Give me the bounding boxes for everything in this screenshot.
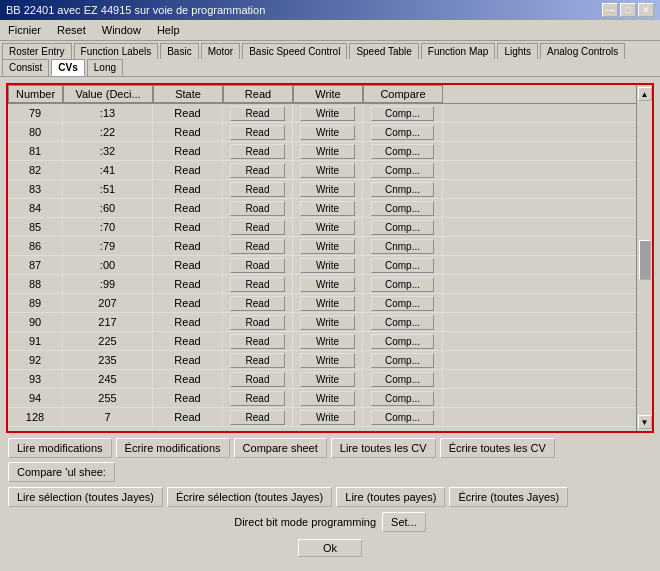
- cell-compare[interactable]: Comp...: [363, 370, 443, 388]
- scroll-thumb[interactable]: [639, 240, 651, 280]
- write-button[interactable]: Write: [300, 125, 355, 140]
- cell-compare[interactable]: Comp...: [363, 389, 443, 407]
- write-button[interactable]: Write: [300, 220, 355, 235]
- read-button[interactable]: Read: [230, 182, 285, 197]
- tab-consist[interactable]: Consist: [2, 59, 49, 76]
- ecrire-modifications-button[interactable]: Écrire modifications: [116, 438, 230, 458]
- read-button[interactable]: Read: [230, 391, 285, 406]
- cell-write[interactable]: Write: [293, 408, 363, 426]
- cell-write[interactable]: Write: [293, 351, 363, 369]
- tab-basic-speed-control[interactable]: Basic Speed Control: [242, 43, 347, 59]
- write-button[interactable]: Write: [300, 258, 355, 273]
- scroll-up-btn[interactable]: ▲: [638, 87, 652, 101]
- ecrire-selection-button[interactable]: Écrire sélection (toutes Jayes): [167, 487, 332, 507]
- tab-function-map[interactable]: Function Map: [421, 43, 496, 59]
- scroll-down-btn[interactable]: ▼: [638, 415, 652, 429]
- cell-write[interactable]: Write: [293, 332, 363, 350]
- read-button[interactable]: Read: [230, 144, 285, 159]
- compare-button[interactable]: Comp...: [371, 106, 435, 121]
- compare-button[interactable]: Comp...: [371, 277, 435, 292]
- cell-write[interactable]: Write: [293, 180, 363, 198]
- cell-write[interactable]: Write: [293, 161, 363, 179]
- write-button[interactable]: Write: [300, 144, 355, 159]
- cell-compare[interactable]: Comp...: [363, 256, 443, 274]
- compare-button[interactable]: Comp...: [371, 296, 435, 311]
- cell-read[interactable]: Read: [223, 218, 293, 236]
- menu-help[interactable]: Help: [153, 22, 184, 38]
- cell-read[interactable]: Read: [223, 294, 293, 312]
- compare-ul-shee-button[interactable]: Compare 'ul shee:: [8, 462, 115, 482]
- cell-read[interactable]: Road: [223, 199, 293, 217]
- cell-write[interactable]: Write: [293, 256, 363, 274]
- cell-compare[interactable]: Comp...: [363, 275, 443, 293]
- read-button[interactable]: Read: [230, 296, 285, 311]
- cell-read[interactable]: Read: [223, 123, 293, 141]
- compare-button[interactable]: Comp...: [371, 125, 435, 140]
- cell-compare[interactable]: Comp...: [363, 218, 443, 236]
- tab-lights[interactable]: Lights: [497, 43, 538, 59]
- cell-write[interactable]: Write: [293, 104, 363, 122]
- cell-compare[interactable]: Comp...: [363, 104, 443, 122]
- cell-compare[interactable]: Comp...: [363, 199, 443, 217]
- write-button[interactable]: Write: [300, 296, 355, 311]
- ok-button[interactable]: Ok: [298, 539, 362, 557]
- compare-button[interactable]: Cnmp...: [371, 182, 435, 197]
- cell-read[interactable]: Read: [223, 275, 293, 293]
- tab-speed-table[interactable]: Speed Table: [349, 43, 418, 59]
- compare-button[interactable]: Comp...: [371, 201, 435, 216]
- compare-button[interactable]: Comp...: [371, 372, 435, 387]
- read-button[interactable]: Road: [230, 372, 285, 387]
- cell-compare[interactable]: Cnmp...: [363, 237, 443, 255]
- write-button[interactable]: Write: [300, 391, 355, 406]
- read-button[interactable]: Read: [230, 410, 285, 425]
- cell-write[interactable]: Write: [293, 142, 363, 160]
- scrollbar[interactable]: ▲ ▼: [636, 85, 652, 431]
- read-button[interactable]: Read: [230, 239, 285, 254]
- read-button[interactable]: Read: [230, 220, 285, 235]
- menu-ficnier[interactable]: Ficnier: [4, 22, 45, 38]
- write-button[interactable]: Write: [300, 201, 355, 216]
- cell-read[interactable]: Read: [223, 332, 293, 350]
- lire-selection-button[interactable]: Lire sélection (toutes Jayes): [8, 487, 163, 507]
- write-button[interactable]: Write: [300, 182, 355, 197]
- compare-button[interactable]: Comp...: [371, 163, 435, 178]
- cell-compare[interactable]: Comp...: [363, 294, 443, 312]
- menu-reset[interactable]: Reset: [53, 22, 90, 38]
- cell-read[interactable]: Read: [223, 142, 293, 160]
- write-button[interactable]: Write: [300, 353, 355, 368]
- write-button[interactable]: Write: [300, 315, 355, 330]
- cell-compare[interactable]: Cnmp...: [363, 180, 443, 198]
- read-button[interactable]: Road: [230, 201, 285, 216]
- cell-read[interactable]: Read: [223, 237, 293, 255]
- cell-compare[interactable]: Comp...: [363, 161, 443, 179]
- cell-compare[interactable]: Comp...: [363, 313, 443, 331]
- write-button[interactable]: Write: [300, 410, 355, 425]
- cell-write[interactable]: Write: [293, 313, 363, 331]
- compare-button[interactable]: Comp...: [371, 220, 435, 235]
- cell-read[interactable]: Read: [223, 408, 293, 426]
- tab-motor[interactable]: Motor: [201, 43, 241, 59]
- cell-write[interactable]: Write: [293, 199, 363, 217]
- lire-modifications-button[interactable]: Lire modifications: [8, 438, 112, 458]
- ecrire-toutes-cv-button[interactable]: Écrire toutes les CV: [440, 438, 555, 458]
- tab-basic[interactable]: Basic: [160, 43, 198, 59]
- compare-button[interactable]: Comp...: [371, 353, 435, 368]
- cell-read[interactable]: Read: [223, 180, 293, 198]
- compare-button[interactable]: Cnmp...: [371, 239, 435, 254]
- write-button[interactable]: Write: [300, 239, 355, 254]
- cell-compare[interactable]: Comp...: [363, 142, 443, 160]
- cell-write[interactable]: Write: [293, 294, 363, 312]
- cell-compare[interactable]: Comp...: [363, 351, 443, 369]
- cell-read[interactable]: Read: [223, 351, 293, 369]
- write-button[interactable]: Write: [300, 163, 355, 178]
- cell-read[interactable]: Read: [223, 104, 293, 122]
- tab-function-labels[interactable]: Function Labels: [74, 43, 159, 59]
- compare-sheet-button[interactable]: Compare sheet: [234, 438, 327, 458]
- write-button[interactable]: Write: [300, 372, 355, 387]
- read-button[interactable]: Read: [230, 163, 285, 178]
- read-button[interactable]: Read: [230, 125, 285, 140]
- cell-write[interactable]: Write: [293, 389, 363, 407]
- read-button[interactable]: Read: [230, 334, 285, 349]
- compare-button[interactable]: Comp...: [371, 144, 435, 159]
- cell-write[interactable]: Write: [293, 123, 363, 141]
